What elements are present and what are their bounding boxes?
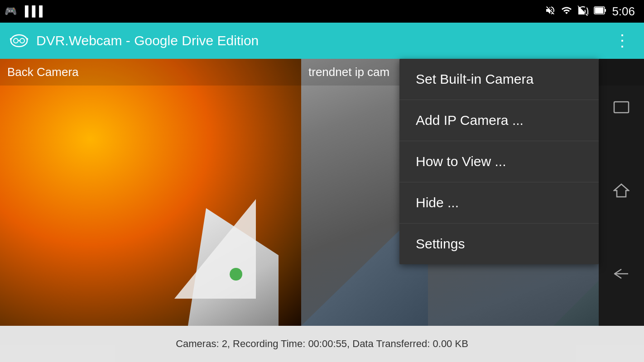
mute-icon: [545, 5, 556, 18]
menu-item-set-builtin[interactable]: Set Built-in Camera: [399, 59, 599, 100]
svg-point-5: [20, 38, 24, 43]
back-camera-feed: [0, 59, 301, 326]
app-bar: DVR.Webcam - Google Drive Edition ⋮: [0, 23, 644, 59]
svg-rect-7: [614, 102, 629, 113]
nav-recent-apps[interactable]: [613, 101, 630, 117]
menu-item-add-ip[interactable]: Add IP Camera ...: [399, 100, 599, 141]
app-bar-left: DVR.Webcam - Google Drive Edition: [9, 31, 259, 51]
back-camera-label: Back Camera: [0, 59, 301, 86]
back-camera-pane[interactable]: Back Camera: [0, 59, 301, 326]
svg-rect-1: [595, 7, 604, 13]
time-display: 5:06: [612, 5, 635, 19]
svg-rect-2: [605, 9, 606, 12]
status-footer: Cameras: 2, Recording Time: 00:00:55, Da…: [0, 326, 644, 362]
svg-point-4: [14, 38, 18, 43]
app-title: DVR.Webcam - Google Drive Edition: [36, 33, 259, 48]
status-text: Cameras: 2, Recording Time: 00:00:55, Da…: [176, 338, 468, 350]
menu-item-how-to-view[interactable]: How to View ...: [399, 141, 599, 182]
nav-buttons: [599, 59, 644, 326]
signal-icon: [577, 5, 588, 18]
nav-back[interactable]: [612, 267, 630, 284]
battery-icon: [594, 6, 606, 17]
nav-home[interactable]: [613, 182, 630, 201]
status-bar: 🎮 ▐▐▐ 5:06: [0, 0, 644, 23]
recording-indicator: [230, 268, 242, 281]
menu-item-settings[interactable]: Settings: [399, 224, 599, 264]
app-icon: [9, 31, 29, 51]
app-notification-icon: 🎮: [5, 5, 17, 17]
dropdown-menu: Set Built-in Camera Add IP Camera ... Ho…: [399, 59, 599, 264]
more-options-icon[interactable]: ⋮: [610, 28, 635, 53]
wifi-icon: [561, 5, 572, 18]
barcode-icon: ▐▐▐: [21, 5, 43, 17]
menu-item-hide[interactable]: Hide ...: [399, 182, 599, 224]
camera-area: Back Camera trendnet ip cam Set Built-in…: [0, 59, 644, 326]
